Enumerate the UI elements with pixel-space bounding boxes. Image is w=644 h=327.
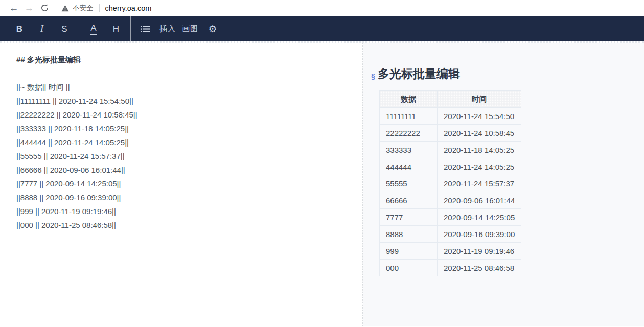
table-cell: 2020-09-14 14:25:05: [438, 209, 521, 226]
table-header-row: 数据时间: [380, 91, 521, 108]
table-cell: 55555: [380, 175, 438, 192]
table-cell: 7777: [380, 209, 438, 226]
markdown-preview: § 多光标批量编辑 数据时间 111111112020-11-24 15:54:…: [363, 43, 644, 326]
table-cell: 999: [380, 243, 438, 260]
editor-line: ||22222222 || 2020-11-24 10:58:45||: [16, 108, 357, 122]
table-row: 222222222020-11-24 10:58:45: [380, 125, 521, 142]
address-separator: [99, 4, 100, 12]
table-cell: 2020-11-24 14:05:25: [438, 158, 521, 175]
editor-line: ||55555 || 2020-11-24 15:57:37||: [16, 149, 357, 163]
preview-table: 数据时间 111111112020-11-24 15:54:5022222222…: [379, 90, 521, 276]
editor-line: ||7777 || 2020-09-14 14:25:05||: [16, 177, 357, 191]
draw-button[interactable]: 画图: [179, 16, 201, 41]
table-cell: 2020-09-06 16:01:44: [438, 192, 521, 209]
table-cell: 2020-11-18 14:05:25: [438, 142, 521, 158]
address-bar[interactable]: 不安全 cherry.oa.com: [61, 4, 151, 13]
table-cell: 2020-09-16 09:39:00: [438, 226, 521, 243]
table-cell: 2020-11-24 15:57:37: [438, 175, 521, 192]
content-area: ## 多光标批量编辑 ||~ 数据|| 时间 ||||11111111 || 2…: [0, 41, 644, 326]
table-cell: 8888: [380, 226, 438, 243]
table-cell: 000: [380, 260, 438, 276]
toolbar-separator: [79, 16, 79, 41]
table-cell: 2020-11-19 09:19:46: [438, 243, 521, 260]
insert-button[interactable]: 插入: [156, 16, 179, 41]
table-row: 88882020-09-16 09:39:00: [380, 226, 521, 243]
security-badge[interactable]: 不安全: [73, 4, 94, 13]
heading-anchor-link[interactable]: §: [371, 68, 375, 84]
table-row: 9992020-11-19 09:19:46: [380, 243, 521, 260]
url-text[interactable]: cherry.oa.com: [105, 4, 152, 12]
browser-chrome-bar: ← → 不安全 cherry.oa.com: [0, 0, 644, 16]
toolbar-separator: [130, 16, 131, 41]
bold-button[interactable]: B: [8, 16, 31, 41]
table-cell: 444444: [380, 158, 438, 175]
header-button[interactable]: H: [105, 16, 127, 41]
editor-heading-line: ## 多光标批量编辑: [16, 53, 357, 66]
table-cell: 22222222: [380, 125, 438, 142]
editor-line: ||11111111 || 2020-11-24 15:54:50||: [16, 94, 357, 108]
table-row: 111111112020-11-24 15:54:50: [380, 108, 521, 125]
editor-line: ||444444 || 2020-11-24 14:05:25||: [16, 135, 357, 149]
preview-heading-text: 多光标批量编辑: [378, 67, 460, 80]
editor-line: [16, 66, 357, 80]
table-row: 3333332020-11-18 14:05:25: [380, 142, 521, 158]
underline-button[interactable]: A: [82, 16, 105, 41]
editor-lines: ||~ 数据|| 时间 ||||11111111 || 2020-11-24 1…: [16, 66, 357, 232]
strikethrough-button[interactable]: S: [53, 16, 76, 41]
table-cell: 2020-11-24 15:54:50: [438, 108, 521, 125]
table-header-cell: 数据: [380, 91, 438, 108]
preview-heading: § 多光标批量编辑: [371, 66, 644, 81]
table-row: 555552020-11-24 15:57:37: [380, 175, 521, 192]
warning-icon: [61, 5, 69, 12]
table-cell: 11111111: [380, 108, 438, 125]
table-row: 666662020-09-06 16:01:44: [380, 192, 521, 209]
forward-icon[interactable]: →: [21, 1, 37, 15]
table-header-cell: 时间: [438, 91, 521, 108]
editor-line: ||999 || 2020-11-19 09:19:46||: [16, 204, 357, 218]
table-cell: 66666: [380, 192, 438, 209]
editor-line: ||~ 数据|| 时间 ||: [16, 80, 357, 94]
underline-button-label: A: [90, 23, 96, 35]
editor-line: ||000 || 2020-11-25 08:46:58||: [16, 218, 357, 232]
editor-line: ||8888 || 2020-09-16 09:39:00||: [16, 191, 357, 204]
table-cell: 2020-11-25 08:46:58: [438, 260, 521, 276]
table-row: 4444442020-11-24 14:05:25: [380, 158, 521, 175]
table-cell: 2020-11-24 10:58:45: [438, 125, 521, 142]
table-row: 77772020-09-14 14:25:05: [380, 209, 521, 226]
list-icon: [141, 25, 150, 33]
editor-line: ||66666 || 2020-09-06 16:01:44||: [16, 163, 357, 177]
list-button[interactable]: [134, 16, 156, 41]
back-icon[interactable]: ←: [6, 1, 21, 15]
table-cell: 333333: [380, 142, 438, 158]
editor-toolbar: B I S A H 插入 画图 ⚙: [0, 16, 644, 41]
gear-icon[interactable]: ⚙: [201, 16, 224, 41]
table-row: 0002020-11-25 08:46:58: [380, 260, 521, 276]
markdown-editor[interactable]: ## 多光标批量编辑 ||~ 数据|| 时间 ||||11111111 || 2…: [0, 43, 363, 326]
editor-line: ||333333 || 2020-11-18 14:05:25||: [16, 122, 357, 135]
italic-button[interactable]: I: [31, 16, 53, 41]
reload-icon[interactable]: [37, 1, 52, 15]
